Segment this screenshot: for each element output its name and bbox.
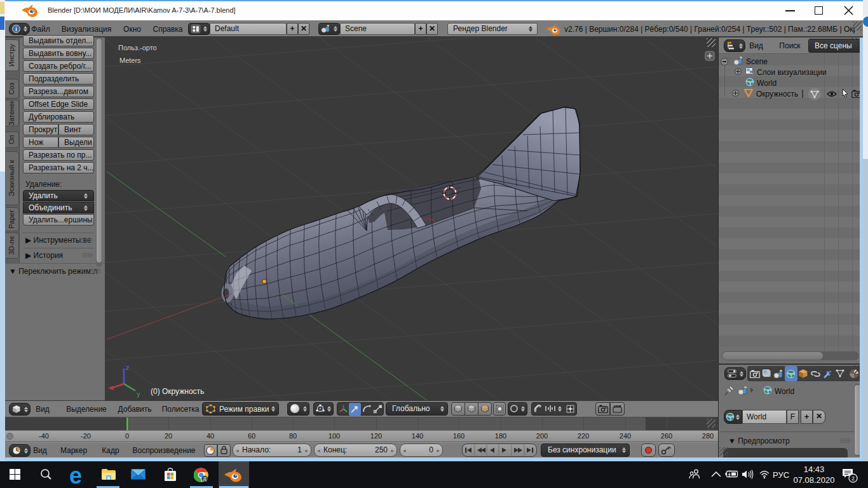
svg-text:z: z — [126, 363, 130, 371]
svg-text:(0) Окружность: (0) Окружность — [151, 387, 204, 396]
svg-text:2: 2 — [851, 475, 855, 482]
svg-text:Д: Д — [203, 477, 207, 482]
svg-text:y: y — [137, 390, 140, 398]
svg-text:Польз.-орто: Польз.-орто — [118, 44, 157, 51]
svg-text:Meters: Meters — [119, 57, 141, 64]
